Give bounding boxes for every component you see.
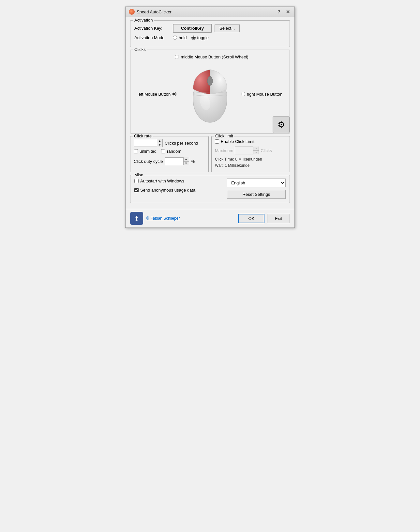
activation-mode-row: Activation Mode: hold toggle [134, 35, 286, 40]
click-rate-suffix: Clicks per second [165, 141, 198, 146]
right-btn-label: right Mouse Button [247, 92, 282, 97]
autostart-row: Autostart with Windows [134, 179, 195, 183]
footer: f © Fabian Schlieper OK Exit [126, 209, 294, 227]
max-label: Maximum [215, 148, 233, 153]
send-data-label: Send anonymous usage data [140, 188, 195, 193]
activation-mode-label: Activation Mode: [134, 35, 170, 40]
select-key-button[interactable]: Select... [215, 24, 240, 32]
duty-label: Click duty cycle [134, 159, 163, 164]
right-btn-radio[interactable] [241, 92, 245, 96]
send-data-row: Send anonymous usage data [134, 188, 195, 193]
clicks-label: Clicks [133, 47, 147, 52]
click-rate-down-arrow[interactable]: ▼ [157, 143, 162, 147]
send-data-checkbox[interactable] [134, 188, 139, 192]
enable-click-limit-row: Enable Click Limit [215, 139, 286, 144]
max-clicks-up-arrow: ▲ [253, 147, 259, 151]
clicks-section: Clicks middle Mouse Button (Scroll Wheel… [130, 50, 290, 133]
click-limit-panel: Click limit Enable Click Limit Maximum 1… [211, 136, 290, 172]
click-rate-up-arrow[interactable]: ▲ [157, 139, 162, 143]
misc-left: Autostart with Windows Send anonymous us… [134, 179, 195, 194]
activation-section: Activation Activation Key: ControlKey Se… [130, 20, 290, 47]
misc-content: Autostart with Windows Send anonymous us… [134, 179, 286, 199]
enable-click-limit-checkbox[interactable] [215, 139, 219, 144]
activation-key-display: ControlKey [173, 24, 212, 33]
misc-right: English Reset Settings [227, 179, 286, 199]
left-button-option[interactable]: left Mouse Button [138, 92, 176, 97]
toggle-radio[interactable] [191, 36, 196, 40]
max-clicks-input: 1000 [235, 147, 253, 154]
duty-spinbox[interactable]: 50.00 ▲ ▼ [165, 157, 189, 165]
ok-button[interactable]: OK [238, 214, 264, 223]
author-link[interactable]: © Fabian Schlieper [146, 216, 180, 221]
random-checkbox[interactable] [161, 149, 165, 153]
click-time-info: Click Time: 0 Millisekunden Wait: 1 Mill… [215, 156, 286, 169]
duty-cycle-row: Click duty cycle 50.00 ▲ ▼ % [134, 157, 205, 165]
toggle-label: toggle [197, 35, 209, 40]
misc-label: Misc [133, 172, 144, 177]
max-clicks-suffix: Clicks [261, 148, 272, 153]
reset-settings-button[interactable]: Reset Settings [227, 190, 286, 199]
autostart-checkbox[interactable] [134, 179, 139, 183]
toggle-option[interactable]: toggle [191, 35, 209, 40]
max-clicks-spinbox: 1000 ▲ ▼ [235, 147, 259, 154]
duty-up-arrow[interactable]: ▲ [184, 157, 189, 162]
exit-button[interactable]: Exit [267, 214, 290, 223]
max-clicks-row: Maximum 1000 ▲ ▼ Clicks [215, 147, 286, 154]
footer-right: OK Exit [238, 214, 290, 223]
right-btn-option[interactable]: right Mouse Button [241, 92, 282, 97]
duty-down-arrow[interactable]: ▼ [184, 162, 189, 165]
click-rate-panel: Click rate 999.00 ▲ ▼ Clicks per second [130, 136, 209, 172]
right-button-option[interactable]: right Mouse Button [241, 92, 282, 97]
main-content: Activation Activation Key: ControlKey Se… [126, 17, 294, 209]
max-clicks-arrows: ▲ ▼ [253, 147, 259, 154]
window-title: Speed AutoClicker [137, 9, 172, 14]
title-bar: Speed AutoClicker ? ✕ [126, 7, 294, 17]
middle-btn-radio[interactable] [175, 55, 179, 59]
settings-gear-button[interactable]: ⚙ [273, 116, 290, 133]
click-rate-input[interactable]: 999.00 [134, 139, 157, 147]
mouse-image [189, 63, 231, 125]
left-btn-option[interactable]: left Mouse Button [138, 92, 176, 97]
title-bar-left: Speed AutoClicker [129, 9, 172, 15]
random-label: random [167, 149, 181, 154]
unlimited-checkbox[interactable] [134, 149, 138, 153]
hold-option[interactable]: hold [173, 35, 187, 40]
close-button[interactable]: ✕ [285, 9, 291, 14]
language-select[interactable]: English [227, 179, 286, 187]
help-button[interactable]: ? [276, 9, 281, 14]
footer-left: f © Fabian Schlieper [130, 212, 180, 225]
enable-click-limit-label: Enable Click Limit [221, 139, 254, 144]
duty-arrows: ▲ ▼ [183, 157, 189, 165]
click-rate-spinbox-row: 999.00 ▲ ▼ Clicks per second [134, 139, 205, 147]
unlimited-label: unlimited [140, 149, 157, 154]
misc-section: Misc Autostart with Windows Send anonymo… [130, 175, 290, 203]
click-time-label: Click Time: 0 Millisekunden [215, 156, 286, 163]
activation-mode-options: hold toggle [173, 35, 209, 40]
middle-btn-label: middle Mouse Button (Scroll Wheel) [181, 55, 248, 59]
app-icon [129, 9, 135, 15]
facebook-icon[interactable]: f [130, 212, 143, 225]
hold-label: hold [179, 35, 187, 40]
main-window: Speed AutoClicker ? ✕ Activation Activat… [125, 7, 295, 228]
gear-icon: ⚙ [278, 120, 285, 130]
wait-label: Wait: 1 Millisekunde [215, 163, 286, 169]
left-btn-radio[interactable] [172, 92, 176, 96]
autostart-label: Autostart with Windows [140, 179, 184, 183]
click-limit-label: Click limit [214, 133, 234, 138]
click-rate-label: Click rate [133, 133, 153, 138]
middle-button-row: middle Mouse Button (Scroll Wheel) [175, 55, 248, 59]
activation-label: Activation [133, 18, 154, 23]
random-row: random [161, 149, 181, 154]
click-rate-spinbox[interactable]: 999.00 ▲ ▼ [134, 139, 163, 147]
middle-btn-option[interactable]: middle Mouse Button (Scroll Wheel) [175, 55, 248, 59]
mouse-area: middle Mouse Button (Scroll Wheel) left … [134, 55, 286, 127]
hold-radio[interactable] [173, 36, 177, 40]
activation-key-row: Activation Key: ControlKey Select... [134, 24, 286, 33]
unlimited-row: unlimited [134, 149, 157, 154]
left-btn-label: left Mouse Button [138, 92, 171, 97]
duty-suffix: % [191, 159, 195, 164]
click-rate-arrows: ▲ ▼ [157, 139, 162, 147]
title-bar-controls: ? ✕ [276, 9, 291, 14]
duty-input[interactable]: 50.00 [165, 158, 183, 165]
activation-key-label: Activation Key: [134, 26, 170, 31]
